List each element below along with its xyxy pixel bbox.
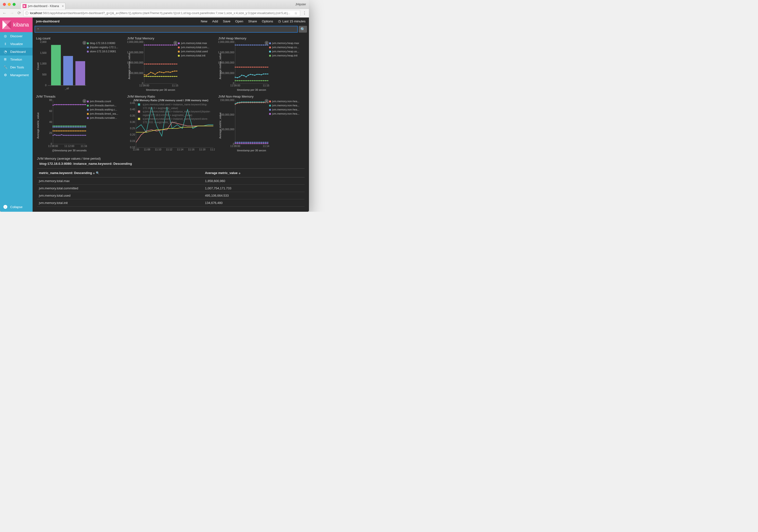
svg-point-151 <box>248 80 249 81</box>
legend-item[interactable]: jhipster-registry-172.1... <box>87 45 123 50</box>
svg-point-128 <box>267 67 268 68</box>
svg-text:2,000,000,000: 2,000,000,000 <box>127 41 143 43</box>
legend-item[interactable]: q:jvm.memory.total.used > instance_name.… <box>138 117 211 124</box>
svg-point-55 <box>146 75 147 76</box>
svg-point-354 <box>246 143 247 144</box>
sidebar-item-visualize[interactable]: ⫴Visualize <box>0 40 33 48</box>
sidebar-item-management[interactable]: ⚙Management <box>0 71 33 79</box>
table-col-metric[interactable]: metric_name.keyword: Descending◆ 🔍 <box>37 169 203 177</box>
svg-point-34 <box>170 45 171 46</box>
legend-item[interactable]: jvm.memory.total.max <box>178 41 214 45</box>
svg-point-231 <box>84 126 85 127</box>
sidebar-collapse-button[interactable]: ‹ Collapse <box>0 202 33 212</box>
svg-point-271 <box>84 135 85 136</box>
legend-item[interactable]: jvm.threads.waiting.c... <box>87 108 123 112</box>
legend-item[interactable]: jvm.memory.total.init <box>178 53 214 58</box>
svg-point-256 <box>58 135 59 136</box>
svg-text:11:12:00: 11:12:00 <box>64 145 74 148</box>
legend-item[interactable]: jvm.memory.non-hea... <box>269 108 305 112</box>
query-input[interactable] <box>35 26 298 33</box>
legend-item[interactable]: jvm.threads.count <box>87 99 123 103</box>
window-maximize-button[interactable] <box>13 3 16 6</box>
action-share[interactable]: Share <box>248 19 257 23</box>
svg-point-325 <box>252 101 253 102</box>
svg-point-349 <box>235 143 236 144</box>
bookmark-star-icon[interactable]: ☆ <box>293 11 298 15</box>
action-options[interactable]: Options <box>262 19 273 23</box>
legend-item[interactable]: jvm.threads.timed_wa... <box>87 112 123 116</box>
collapse-label: Collapse <box>10 205 23 209</box>
svg-point-130 <box>237 77 238 78</box>
svg-point-342 <box>255 142 256 143</box>
svg-text:0.40: 0.40 <box>130 108 135 111</box>
legend-item[interactable]: jvm.memory.non-hea... <box>269 103 305 108</box>
url-bar[interactable]: i localhost:5601/app/kibana#/dashboard/j… <box>23 10 300 16</box>
legend-item[interactable]: jvm.memory.non-hea... <box>269 112 305 116</box>
table-row[interactable]: jvm.memory.total.used495,106,664.533 <box>37 192 305 199</box>
legend-item[interactable]: jvm.threads.daemon... <box>87 103 123 108</box>
svg-point-227 <box>77 126 78 127</box>
window-close-button[interactable] <box>3 3 6 6</box>
svg-text:Count: Count <box>37 62 39 70</box>
svg-point-152 <box>250 80 251 81</box>
table-row[interactable]: jvm.memory.total.init134,676,480 <box>37 199 305 207</box>
action-new[interactable]: New <box>201 19 207 23</box>
browser-menu-icon[interactable]: ⋮ <box>303 11 306 15</box>
svg-point-116 <box>241 67 242 68</box>
kibana-logo[interactable]: kibana <box>0 18 33 32</box>
svg-point-248 <box>78 130 79 131</box>
back-icon[interactable]: ← <box>2 11 7 15</box>
sidebar-item-dashboard[interactable]: ◔Dashboard <box>0 48 33 55</box>
legend-item[interactable]: q:jvm.memory.total.used > instance_name.… <box>138 110 211 117</box>
table-row[interactable]: jvm.memory.total.max1,858,600,960 <box>37 177 305 185</box>
legend-item[interactable]: jvm.memory.heap.co... <box>269 45 305 50</box>
action-open[interactable]: Open <box>235 19 243 23</box>
kibana-favicon-icon <box>23 4 26 8</box>
forward-icon[interactable]: → <box>10 11 14 15</box>
legend-item[interactable]: blog-172.18.0.3:8080 <box>87 41 123 45</box>
expand-icon[interactable]: › <box>83 99 86 103</box>
svg-point-226 <box>75 126 76 127</box>
sidebar-item-devtools[interactable]: 🔧Dev Tools <box>0 63 33 71</box>
sidebar-item-discover[interactable]: ◎Discover <box>0 32 33 40</box>
svg-point-47 <box>163 63 164 64</box>
svg-point-40 <box>148 63 149 64</box>
expand-icon[interactable]: › <box>265 41 268 45</box>
expand-icon[interactable]: › <box>265 99 268 103</box>
time-picker[interactable]: ◷ Last 15 minutes <box>278 19 305 23</box>
svg-point-334 <box>237 142 238 143</box>
svg-point-120 <box>250 67 251 68</box>
reload-icon[interactable]: ⟳ <box>17 11 21 15</box>
action-add[interactable]: Add <box>212 19 218 23</box>
svg-point-97 <box>235 45 236 46</box>
action-save[interactable]: Save <box>223 19 230 23</box>
search-button[interactable]: 🔍 <box>299 26 307 33</box>
filter-icon[interactable]: 🔍 <box>96 171 99 175</box>
legend-item[interactable]: store-172.18.0.2:8081 <box>87 50 123 53</box>
legend-item[interactable]: q:jvm.memory.total.used > instance_name.… <box>138 103 211 110</box>
legend-item[interactable]: jvm.memory.total.com... <box>178 45 214 50</box>
browser-profile[interactable]: JHipster <box>295 3 306 6</box>
legend-item[interactable]: jvm.memory.heap.us... <box>269 50 305 53</box>
svg-point-253 <box>52 135 53 136</box>
sidebar-item-timelion[interactable]: ⛨Timelion <box>0 55 33 63</box>
info-icon[interactable]: i <box>25 12 28 15</box>
svg-point-108 <box>258 45 259 46</box>
browser-tab[interactable]: jvm-dashboard - Kibana × <box>20 3 65 10</box>
legend-item[interactable]: jvm.threads.runnable... <box>87 116 123 120</box>
svg-point-184 <box>71 104 72 105</box>
cell-metric: jvm.memory.total.max <box>37 177 203 185</box>
legend-item[interactable]: jvm.memory.heap.max <box>269 41 305 45</box>
svg-text:11:16: 11:16 <box>188 148 194 151</box>
svg-point-99 <box>239 45 240 46</box>
tab-close-icon[interactable]: × <box>62 4 64 8</box>
table-col-value[interactable]: Average metric_value◆ <box>203 169 305 177</box>
svg-point-203 <box>70 125 71 126</box>
expand-icon[interactable]: › <box>83 41 86 45</box>
table-row[interactable]: jvm.memory.total.committed1,007,754,171.… <box>37 185 305 192</box>
svg-point-133 <box>244 75 245 76</box>
legend-item[interactable]: jvm.memory.total.used <box>178 50 214 53</box>
legend-item[interactable]: jvm.memory.non-hea... <box>269 99 305 103</box>
legend-item[interactable]: jvm.memory.heap.init <box>269 53 305 58</box>
window-minimize-button[interactable] <box>8 3 11 6</box>
